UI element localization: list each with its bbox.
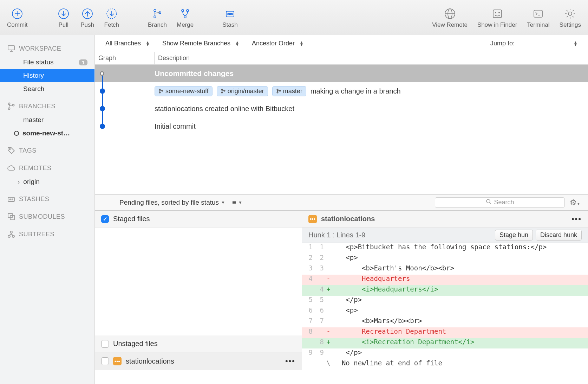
sidebar-item-history[interactable]: History	[0, 69, 94, 82]
search-input[interactable]: Search	[435, 197, 565, 208]
line-number-old: 8	[302, 327, 313, 338]
hunk-header: Hunk 1 : Lines 1-9 Stage hun Discard hun…	[302, 228, 588, 243]
diff-line[interactable]: 55 </p>	[302, 296, 588, 306]
fetch-button[interactable]: Fetch	[102, 5, 122, 30]
diff-marker: \	[325, 359, 332, 370]
sidebar-header-branches[interactable]: BRANCHES	[0, 99, 94, 113]
settings-button[interactable]: Settings	[557, 5, 583, 30]
line-number-new: 6	[313, 306, 325, 317]
sidebar-header-stashes[interactable]: STASHES	[0, 192, 94, 206]
diff-line[interactable]: 4- Headquarters	[302, 275, 588, 285]
svg-point-43	[159, 89, 161, 90]
commit-label: Commit	[7, 21, 28, 28]
sidebar-header-subtrees[interactable]: SUBTREES	[0, 227, 94, 241]
line-number-new	[313, 359, 325, 370]
jump-to-select[interactable]: Jump to: ▲▼	[490, 40, 577, 47]
file-actions-button[interactable]: •••	[285, 357, 295, 366]
column-description[interactable]: Description	[155, 55, 588, 62]
filter-all-branches-label: All Branches	[105, 40, 141, 47]
svg-point-41	[8, 235, 10, 237]
sidebar-branch-some-new[interactable]: some-new-st…	[0, 127, 94, 140]
svg-point-42	[12, 235, 14, 237]
svg-point-18	[231, 13, 233, 15]
sidebar-header-remotes[interactable]: REMOTES	[0, 161, 94, 175]
diff-actions-button[interactable]: •••	[571, 215, 582, 224]
modified-file-icon: •••	[113, 357, 122, 365]
monitor-icon	[7, 44, 15, 53]
branch-tag[interactable]: origin/master	[217, 86, 268, 96]
terminal-button[interactable]: Terminal	[525, 5, 551, 30]
diff-file-header: ••• stationlocations •••	[302, 211, 588, 228]
stage-hunk-button[interactable]: Stage hun	[495, 230, 533, 241]
svg-point-46	[221, 89, 222, 90]
line-number-old: 3	[302, 264, 313, 275]
line-number-old: 1	[302, 243, 313, 254]
sidebar-header-workspace[interactable]: WORKSPACE	[0, 41, 94, 56]
submodules-title: SUBMODULES	[19, 213, 65, 220]
unstaged-file-item[interactable]: ••• stationlocations •••	[95, 352, 302, 370]
sidebar-header-submodules[interactable]: SUBMODULES	[0, 210, 94, 224]
branch-tag-label: some-new-stuff	[165, 88, 209, 95]
diff-line[interactable]: 4+ <i>Headquarters</i>	[302, 285, 588, 296]
diff-line[interactable]: 22 <p>	[302, 254, 588, 264]
filter-show-remote[interactable]: Show Remote Branches ▲▼	[162, 40, 239, 47]
diff-line[interactable]: \ No newline at end of file	[302, 359, 588, 370]
svg-point-37	[12, 199, 13, 200]
line-number-old: 2	[302, 254, 313, 264]
diff-line[interactable]: 11 <p>Bitbucket has the following space …	[302, 243, 588, 254]
diff-line[interactable]: 8- Recreation Department	[302, 327, 588, 338]
merge-button[interactable]: Merge	[175, 5, 196, 30]
sidebar-item-file-status[interactable]: File status 1	[0, 56, 94, 69]
diff-content[interactable]: 11 <p>Bitbucket has the following space …	[302, 243, 588, 384]
diff-line[interactable]: 33 <b>Earth's Moon</b><br>	[302, 264, 588, 275]
cloud-icon	[7, 164, 15, 172]
diff-line[interactable]: 66 <p>	[302, 306, 588, 317]
file-status-pane: ✓ Staged files Unstaged files ••• statio…	[95, 211, 302, 384]
line-number-new: 9	[313, 348, 325, 359]
settings-gear-button[interactable]: ⚙︎▼	[570, 198, 580, 207]
sidebar-remote-origin[interactable]: › origin	[0, 175, 94, 188]
diff-marker	[325, 348, 332, 359]
branch-tag[interactable]: some-new-stuff	[155, 86, 213, 96]
commit-row[interactable]: some-new-stuff origin/master master maki…	[95, 82, 588, 100]
diff-marker	[325, 306, 332, 317]
line-number-new: 2	[313, 254, 325, 264]
svg-point-14	[184, 16, 186, 18]
column-graph[interactable]: Graph	[95, 52, 155, 64]
view-remote-button[interactable]: View Remote	[430, 5, 470, 30]
sidebar-header-tags[interactable]: TAGS	[0, 143, 94, 158]
diff-line[interactable]: 99 </p>	[302, 348, 588, 359]
staged-checkbox[interactable]: ✓	[101, 215, 109, 223]
show-in-finder-button[interactable]: Show in Finder	[475, 5, 519, 30]
unstaged-checkbox[interactable]	[101, 340, 109, 348]
diff-line[interactable]: 77 <b>Mars</b><br>	[302, 317, 588, 327]
branch-tag[interactable]: master	[272, 86, 306, 96]
commit-row[interactable]: stationlocations created online with Bit…	[95, 100, 588, 117]
commit-message: Initial commit	[155, 122, 196, 130]
chevron-right-icon: ›	[18, 178, 20, 186]
uncommitted-label: Uncommitted changes	[155, 69, 234, 78]
commit-row[interactable]: Initial commit	[95, 117, 588, 135]
diff-line[interactable]: 8+ <i>Recreation Department</i>	[302, 338, 588, 348]
bottom-panes: ✓ Staged files Unstaged files ••• statio…	[95, 210, 588, 384]
filter-all-branches[interactable]: All Branches ▲▼	[105, 40, 150, 47]
line-number-old	[302, 359, 313, 370]
stash-button[interactable]: Stash	[220, 5, 240, 30]
filter-ancestor-order[interactable]: Ancestor Order ▲▼	[252, 40, 303, 47]
push-button[interactable]: Push	[78, 5, 97, 30]
tags-title: TAGS	[19, 147, 37, 154]
svg-point-9	[154, 9, 156, 12]
view-mode-dropdown[interactable]: ≡ ▼	[232, 199, 242, 206]
file-checkbox[interactable]	[101, 357, 109, 365]
discard-hunk-button[interactable]: Discard hunk	[536, 230, 582, 241]
line-number-new: 4	[313, 285, 325, 296]
sidebar-branch-master[interactable]: master	[0, 113, 94, 127]
commit-button[interactable]: Commit	[5, 5, 30, 30]
pending-sort-dropdown[interactable]: Pending files, sorted by file status ▼	[119, 199, 225, 206]
line-number-old: 9	[302, 348, 313, 359]
sidebar-item-search[interactable]: Search	[0, 82, 94, 96]
pull-button[interactable]: Pull	[54, 5, 73, 30]
svg-point-33	[13, 104, 14, 106]
commit-row-uncommitted[interactable]: Uncommitted changes	[95, 65, 588, 82]
branch-button[interactable]: Branch	[146, 5, 169, 30]
